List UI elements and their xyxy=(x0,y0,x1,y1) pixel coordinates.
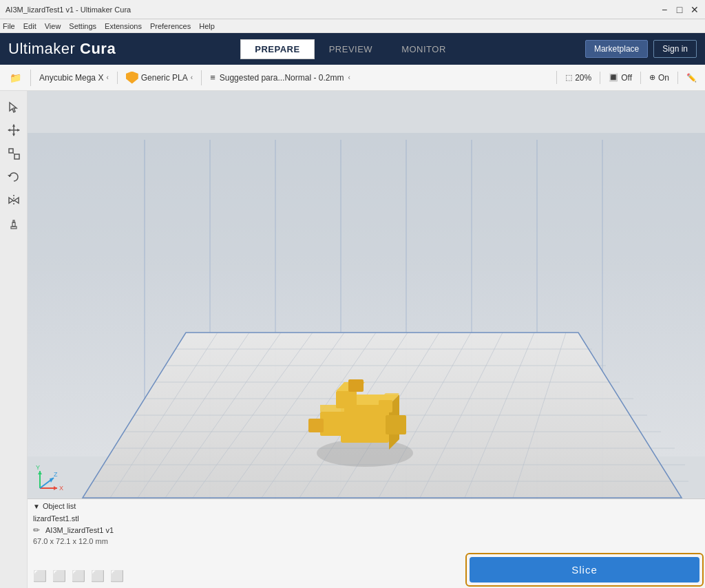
svg-marker-10 xyxy=(8,175,12,177)
marketplace-button[interactable]: Marketplace xyxy=(585,40,648,58)
material-icon xyxy=(126,72,138,84)
svg-text:Z: Z xyxy=(54,471,58,478)
svg-marker-0 xyxy=(10,103,17,112)
folder-icon: 📁 xyxy=(8,71,22,85)
supports-selector[interactable]: 🔳 Off xyxy=(606,72,635,84)
profile-name: Suggested para...Normal - 0.2mm xyxy=(220,73,344,83)
infill-selector[interactable]: ⬚ 20% xyxy=(562,72,594,84)
material-selector[interactable]: Generic PLA ‹ xyxy=(123,70,196,85)
edit-icon: ✏ xyxy=(33,525,40,535)
printer-chevron: ‹ xyxy=(106,74,108,81)
cube-copy-icon[interactable]: ⬜ xyxy=(52,569,66,582)
svg-marker-4 xyxy=(12,134,15,136)
pencil-icon: ✏️ xyxy=(686,73,697,83)
supports-section: 🔳 Off xyxy=(606,72,641,84)
rotate-tool-button[interactable] xyxy=(3,167,24,187)
svg-rect-7 xyxy=(9,149,13,153)
viewport[interactable]: X Y Z ▼ Object list lizardTest1.stl ✏ AI… xyxy=(28,91,705,588)
support-icon xyxy=(7,217,21,231)
chevron-down-icon: ▼ xyxy=(33,503,40,510)
signin-button[interactable]: Sign in xyxy=(653,40,697,58)
svg-text:Y: Y xyxy=(36,464,40,471)
svg-marker-3 xyxy=(12,124,15,127)
object-list-body: lizardTest1.stl xyxy=(28,513,705,524)
app-title: Ultimaker Cura xyxy=(8,40,116,58)
titlebar: AI3M_lizardTest1 v1 - Ultimaker Cura − □… xyxy=(0,0,705,19)
svg-rect-15 xyxy=(12,222,15,227)
minimize-button[interactable]: − xyxy=(660,5,669,14)
cube-add-icon[interactable]: ⬜ xyxy=(91,569,105,582)
object-list-label: Object list xyxy=(43,502,76,510)
main-area: X Y Z ▼ Object list lizardTest1.stl ✏ AI… xyxy=(0,91,705,588)
menu-edit[interactable]: Edit xyxy=(23,22,36,30)
object-list-header[interactable]: ▼ Object list xyxy=(28,499,705,513)
app-name-bold: Cura xyxy=(75,40,116,57)
menu-view[interactable]: View xyxy=(45,22,61,30)
adhesion-selector[interactable]: ⊕ On xyxy=(646,72,672,84)
svg-rect-59 xyxy=(336,391,357,408)
move-tool-button[interactable] xyxy=(3,120,24,140)
svg-line-9 xyxy=(13,153,14,154)
restore-button[interactable]: □ xyxy=(675,5,684,14)
material-name: Generic PLA xyxy=(141,73,188,83)
svg-marker-13 xyxy=(14,198,19,203)
menu-extensions[interactable]: Extensions xyxy=(105,22,142,30)
model-action-icons: ⬜ ⬜ ⬜ ⬜ ⬜ xyxy=(33,569,124,582)
adhesion-section: ⊕ On xyxy=(646,72,678,84)
object-filename: lizardTest1.stl xyxy=(33,514,79,523)
adhesion-value: On xyxy=(658,73,669,83)
menu-file[interactable]: File xyxy=(3,22,15,30)
svg-rect-62 xyxy=(308,419,324,432)
scale-icon xyxy=(7,147,21,160)
menu-help[interactable]: Help xyxy=(199,22,215,30)
bottom-panel: ▼ Object list lizardTest1.stl ✏ AI3M_liz… xyxy=(28,498,705,588)
object-item-0[interactable]: lizardTest1.stl xyxy=(33,513,699,524)
svg-point-52 xyxy=(317,439,413,467)
material-chevron: ‹ xyxy=(191,74,193,81)
tab-preview[interactable]: PREVIEW xyxy=(315,39,387,59)
menu-settings[interactable]: Settings xyxy=(69,22,96,30)
profile-icon: ≡ xyxy=(210,72,215,83)
tab-monitor[interactable]: MONITOR xyxy=(387,39,461,59)
svg-rect-58 xyxy=(386,415,406,434)
svg-rect-63 xyxy=(379,400,392,412)
svg-rect-18 xyxy=(28,133,705,271)
svg-marker-69 xyxy=(38,471,42,474)
cube-group-icon[interactable]: ⬜ xyxy=(110,569,124,582)
tab-prepare[interactable]: PREPARE xyxy=(240,39,314,59)
open-file-button[interactable]: 📁 xyxy=(6,70,25,86)
supports-value: Off xyxy=(621,73,632,83)
axis-indicator: X Y Z xyxy=(33,464,67,492)
infill-section: ⬚ 20% xyxy=(562,72,600,84)
close-button[interactable]: ✕ xyxy=(690,5,699,14)
svg-marker-72 xyxy=(50,478,54,483)
cube-icon[interactable]: ⬜ xyxy=(33,569,47,582)
svg-marker-12 xyxy=(9,198,13,203)
sidebar xyxy=(0,91,28,588)
profile-selector[interactable]: ≡ Suggested para...Normal - 0.2mm ‹ xyxy=(207,71,353,84)
svg-rect-8 xyxy=(14,154,19,159)
app-name-light: Ultimaker xyxy=(8,40,75,57)
adhesion-icon: ⊕ xyxy=(649,73,655,82)
printer-name: Anycubic Mega X xyxy=(39,73,103,83)
slice-button-wrapper: Slice xyxy=(470,557,699,582)
support-tool-button[interactable] xyxy=(3,213,24,234)
material-section: Generic PLA ‹ xyxy=(123,70,202,85)
nav-tabs: PREPARE PREVIEW MONITOR xyxy=(240,39,461,59)
supports-icon: 🔳 xyxy=(609,73,618,82)
bottom-right: Slice xyxy=(464,552,705,588)
menu-preferences[interactable]: Preferences xyxy=(150,22,191,30)
select-tool-button[interactable] xyxy=(3,96,24,117)
svg-marker-5 xyxy=(8,129,10,132)
model-info: ✏ AI3M_lizardTest1 v1 xyxy=(28,524,705,536)
mirror-tool-button[interactable] xyxy=(3,190,24,211)
profile-section: ≡ Suggested para...Normal - 0.2mm ‹ xyxy=(207,71,557,84)
printer-selector[interactable]: Anycubic Mega X ‹ xyxy=(36,72,112,84)
settings-pencil-button[interactable]: ✏️ xyxy=(684,72,699,84)
infill-value: 20% xyxy=(575,73,591,83)
settings-pencil-section: ✏️ xyxy=(684,72,699,84)
cube-remove-icon[interactable]: ⬜ xyxy=(72,569,85,582)
scale-tool-button[interactable] xyxy=(3,143,24,164)
mirror-icon xyxy=(7,193,21,207)
slice-button[interactable]: Slice xyxy=(470,557,699,582)
